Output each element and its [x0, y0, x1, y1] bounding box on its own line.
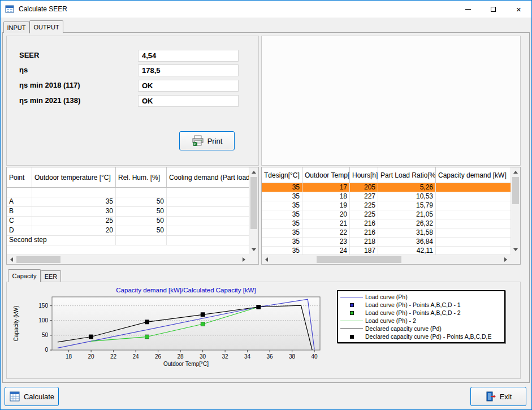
table-row[interactable]: D205030,6 — [7, 226, 249, 236]
table-cell: 23 — [302, 238, 350, 246]
table-row[interactable]: 352321836,8453 — [262, 238, 511, 247]
legend-label: Load curve (Ph) - Points A,B,C,D - 2 — [365, 309, 461, 316]
legend-label: Load curve (Ph) — [365, 294, 408, 300]
legend-marker-sample — [338, 311, 365, 315]
svg-text:Capacity (kW): Capacity (kW) — [13, 306, 19, 342]
legend-sample-shape — [340, 297, 363, 297]
vertical-scrollbar[interactable] — [511, 167, 520, 254]
seer-field[interactable] — [138, 50, 239, 62]
calculate-button[interactable]: Calculate — [5, 387, 59, 406]
table-cell: 26,32 — [378, 219, 436, 228]
table-cell: 42,11 — [378, 247, 436, 254]
scroll-right-button[interactable] — [239, 255, 249, 264]
svg-text:150: 150 — [38, 303, 48, 309]
scroll-up-icon — [513, 171, 518, 174]
close-button[interactable]: × — [506, 1, 531, 18]
eta-s-min-2021-field[interactable] — [138, 95, 239, 107]
table-cell: 225 — [350, 210, 378, 219]
horizontal-scrollbar[interactable] — [7, 254, 249, 264]
scroll-left-icon — [265, 257, 268, 262]
table-cell: 50 — [116, 217, 167, 226]
column-header: Point — [7, 167, 32, 187]
scrollbar-track[interactable] — [511, 177, 520, 245]
scroll-up-icon — [252, 171, 256, 174]
column-header: Rel. Hum. [%] — [116, 167, 167, 187]
table-row[interactable]: 35172055,267 — [262, 183, 511, 192]
legend-line-sample — [338, 329, 365, 329]
vertical-scrollbar[interactable] — [249, 167, 258, 254]
svg-text:30: 30 — [200, 353, 206, 360]
table-cell: 35 — [262, 192, 302, 201]
column-header: Capacity demand [kW] — [436, 167, 511, 183]
tab-input[interactable]: INPUT — [3, 21, 29, 33]
scroll-left-icon — [10, 257, 13, 262]
svg-text:0: 0 — [45, 347, 48, 353]
table-cell: 30,6 — [167, 226, 249, 235]
legend-sample-shape — [340, 329, 363, 329]
table-cell: 30 — [436, 210, 511, 219]
table-row[interactable] — [7, 188, 249, 197]
table-cell: 25 — [32, 217, 116, 226]
svg-text:32: 32 — [222, 353, 229, 360]
scroll-down-button[interactable] — [249, 245, 258, 254]
minimize-icon — [465, 9, 471, 10]
table-row[interactable]: Second step — [7, 236, 249, 245]
table-cell — [116, 236, 167, 245]
scroll-left-button[interactable] — [7, 255, 16, 264]
table-cell — [32, 188, 116, 197]
exit-button[interactable]: Exit — [470, 387, 526, 406]
scroll-up-button[interactable] — [249, 167, 258, 177]
maximize-button[interactable] — [481, 1, 506, 18]
legend-sample-shape — [350, 311, 354, 315]
output-page: SEER ηs ηs min 2018 (117) ηs min 2021 (1… — [2, 32, 530, 383]
scroll-down-button[interactable] — [511, 245, 520, 254]
svg-text:38: 38 — [289, 353, 296, 360]
scrollbar-track[interactable] — [249, 177, 258, 245]
table-row[interactable]: B3050107,1 — [7, 207, 249, 217]
scrollbar-thumb[interactable] — [250, 177, 257, 229]
table-cell: 15 — [436, 192, 511, 201]
eta-s-min-2018-field[interactable] — [138, 80, 239, 92]
column-header: Outdoor temperature [°C] — [32, 167, 116, 187]
scrollbar-track[interactable] — [271, 255, 501, 264]
table-cell: 31,58 — [378, 228, 436, 237]
calculate-button-label: Calculate — [24, 392, 54, 401]
table-row[interactable]: 352418742,116 — [262, 247, 511, 254]
scrollbar-track[interactable] — [16, 255, 239, 264]
legend-line-sample — [338, 321, 365, 321]
eta-s-field[interactable] — [138, 64, 239, 76]
svg-text:18: 18 — [66, 353, 72, 360]
table-cell: 50 — [116, 226, 167, 235]
minimize-button[interactable] — [455, 1, 481, 18]
table-row[interactable]: C255068,8 — [7, 217, 249, 226]
tab-eer-label: EER — [45, 273, 58, 280]
table-row[interactable]: 352121626,3238 — [262, 219, 511, 228]
scroll-right-button[interactable] — [501, 255, 511, 264]
window-title: Calculate SEER — [19, 5, 67, 13]
tab-eer[interactable]: EER — [41, 270, 61, 282]
scroll-left-button[interactable] — [262, 255, 271, 264]
eta-s-label: ηs — [19, 66, 28, 74]
tab-output[interactable]: OUTPUT — [29, 20, 63, 33]
legend-label: Declared capacity curve (Pd) - Points A,… — [365, 333, 492, 340]
horizontal-scrollbar[interactable] — [262, 254, 511, 264]
table-row[interactable]: 352022521,0530 — [262, 210, 511, 219]
table-row[interactable]: 351822710,5315 — [262, 192, 511, 201]
svg-text:28: 28 — [178, 353, 184, 360]
table-cell: 35 — [262, 201, 302, 210]
table-cell: 5,26 — [378, 183, 436, 192]
table-row[interactable]: 351922515,7922 — [262, 201, 511, 210]
table-row[interactable]: A3550145,3 — [7, 197, 249, 207]
table-row[interactable]: 352221631,5845 — [262, 228, 511, 238]
scrollbar-thumb[interactable] — [512, 177, 519, 204]
scrollbar-thumb[interactable] — [317, 256, 401, 263]
svg-text:Capacity demand [kW]/Calculate: Capacity demand [kW]/Calculated Capacity… — [116, 287, 256, 294]
svg-text:22: 22 — [110, 353, 117, 360]
tab-capacity[interactable]: Capacity — [8, 269, 41, 282]
svg-text:36: 36 — [267, 353, 274, 360]
svg-text:24: 24 — [133, 353, 140, 360]
scrollbar-thumb[interactable] — [16, 256, 60, 263]
print-button[interactable]: Print — [179, 131, 235, 150]
scroll-up-button[interactable] — [511, 167, 520, 177]
table-cell: C — [7, 217, 32, 226]
